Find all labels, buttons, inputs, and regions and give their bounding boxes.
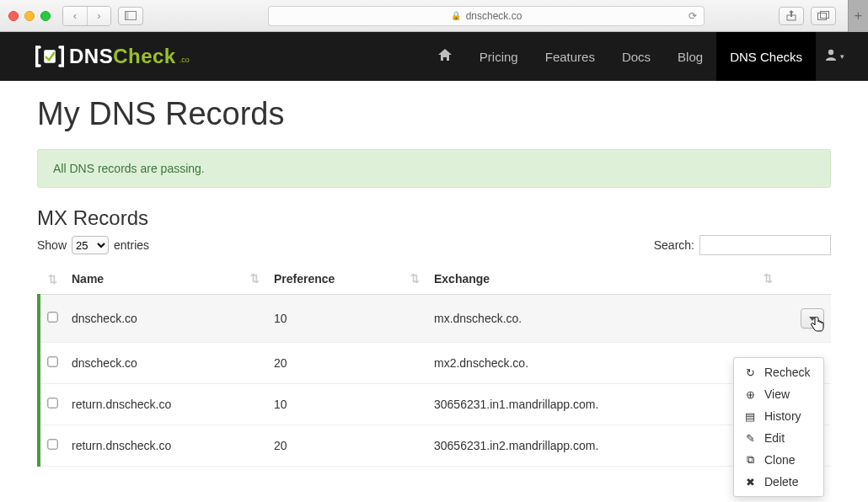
per-page-select[interactable]: 102550100 [72, 236, 109, 254]
close-window[interactable] [8, 11, 19, 21]
app-topbar: DNSCheck .co Pricing Features Docs Blog … [0, 32, 868, 81]
cell-preference: 20 [267, 343, 427, 384]
status-alert-text: All DNS records are passing. [53, 162, 205, 175]
nav-back-forward: ‹ › [62, 6, 111, 26]
address-bar[interactable]: 🔒 dnscheck.co ⟳ [268, 6, 705, 26]
cell-exchange: 30656231.in2.mandrillapp.com. [427, 425, 780, 467]
logo-text-check: Check [113, 45, 176, 67]
url-host: dnscheck.co [466, 10, 522, 22]
table-controls: Show 102550100 entries Search: [37, 235, 831, 255]
cell-name: return.dnscheck.co [65, 425, 267, 467]
svg-rect-3 [818, 13, 827, 20]
svg-rect-4 [821, 12, 829, 19]
col-label: Preference [274, 272, 335, 286]
nav-label: Docs [622, 50, 651, 64]
view-icon: ⊕ [744, 388, 756, 401]
nav-features[interactable]: Features [532, 32, 608, 81]
share-button[interactable] [779, 7, 804, 25]
chevron-down-icon [809, 317, 816, 321]
menu-recheck[interactable]: ↻Recheck [734, 361, 823, 383]
logo-text-dns: DNS [69, 45, 113, 67]
reload-icon[interactable]: ⟳ [689, 10, 697, 22]
back-button[interactable]: ‹ [63, 7, 87, 25]
page-title: My DNS Records [37, 96, 831, 132]
menu-delete[interactable]: ✖Delete [734, 471, 823, 493]
show-label-prefix: Show [37, 238, 67, 252]
menu-label: View [764, 387, 790, 401]
col-name[interactable]: Name⇅ [65, 264, 267, 295]
menu-edit[interactable]: ✎Edit [734, 427, 823, 449]
menu-clone[interactable]: ⧉Clone [734, 449, 823, 471]
row-actions-button[interactable] [801, 308, 824, 328]
tabs-icon [817, 11, 829, 20]
svg-point-6 [828, 49, 833, 54]
search-input[interactable] [699, 235, 831, 255]
nav-label: DNS Checks [730, 50, 802, 64]
show-label-suffix: entries [114, 238, 149, 252]
logo-icon [35, 44, 64, 69]
menu-label: Recheck [764, 366, 810, 379]
cell-name: dnscheck.co [65, 343, 267, 384]
col-checkbox[interactable]: ⇅ [39, 264, 65, 295]
history-icon: ▤ [744, 410, 756, 423]
forward-button[interactable]: › [87, 7, 110, 25]
row-checkbox[interactable] [47, 356, 57, 366]
delete-icon: ✖ [744, 476, 756, 489]
table-row: return.dnscheck.co 10 30656231.in1.mandr… [39, 384, 831, 425]
row-checkbox[interactable] [47, 312, 57, 322]
row-checkbox[interactable] [47, 439, 57, 449]
cell-exchange: 30656231.in1.mandrillapp.com. [427, 384, 780, 425]
menu-history[interactable]: ▤History [734, 405, 823, 427]
main-nav: Pricing Features Docs Blog DNS Checks ▾ [424, 32, 844, 81]
sort-icon: ⇅ [764, 272, 770, 285]
cell-preference: 10 [267, 384, 427, 425]
cell-exchange: mx.dnscheck.co. [427, 295, 780, 343]
svg-rect-1 [126, 12, 129, 20]
edit-icon: ✎ [744, 432, 756, 445]
browser-right-tools: + [779, 0, 860, 32]
col-exchange[interactable]: Exchange⇅ [427, 264, 780, 295]
nav-docs[interactable]: Docs [608, 32, 664, 81]
menu-label: Edit [764, 431, 785, 445]
nav-label: Features [545, 50, 595, 64]
cell-preference: 10 [267, 295, 427, 343]
chevron-down-icon: ▾ [840, 52, 844, 61]
tabs-button[interactable] [811, 7, 836, 25]
nav-dns-checks[interactable]: DNS Checks [716, 32, 816, 81]
logo[interactable]: DNSCheck .co [35, 44, 190, 69]
browser-chrome: ‹ › 🔒 dnscheck.co ⟳ + [0, 0, 868, 32]
section-title: MX Records [37, 206, 831, 230]
status-alert: All DNS records are passing. [37, 149, 831, 188]
col-label: Exchange [434, 272, 490, 286]
menu-label: History [764, 409, 801, 423]
lock-icon: 🔒 [451, 11, 461, 20]
nav-pricing[interactable]: Pricing [466, 32, 532, 81]
sort-icon: ⇅ [48, 273, 55, 286]
table-row: dnscheck.co 20 mx2.dnscheck.co. [39, 343, 831, 384]
logo-tld: .co [179, 56, 190, 64]
sidebar-icon [125, 11, 137, 20]
minimize-window[interactable] [24, 11, 35, 21]
clone-icon: ⧉ [744, 453, 756, 467]
table-row: dnscheck.co 10 mx.dnscheck.co. [39, 295, 831, 343]
user-menu[interactable]: ▾ [824, 48, 844, 66]
col-label: Name [72, 272, 104, 286]
cell-exchange: mx2.dnscheck.co. [427, 343, 780, 384]
new-tab-button[interactable]: + [848, 0, 868, 32]
table-row: return.dnscheck.co 20 30656231.in2.mandr… [39, 425, 831, 467]
sort-icon: ⇅ [250, 272, 257, 285]
col-preference[interactable]: Preference⇅ [267, 264, 427, 295]
menu-label: Clone [764, 453, 796, 467]
cell-preference: 20 [267, 425, 427, 467]
zoom-window[interactable] [40, 11, 51, 21]
menu-label: Delete [764, 475, 798, 489]
search-label: Search: [654, 238, 694, 252]
row-actions-menu: ↻Recheck ⊕View ▤History ✎Edit ⧉Clone ✖De… [733, 357, 824, 497]
cell-name: return.dnscheck.co [65, 384, 267, 425]
refresh-icon: ↻ [744, 366, 756, 379]
sidebar-toggle[interactable] [118, 7, 143, 25]
menu-view[interactable]: ⊕View [734, 383, 823, 405]
row-checkbox[interactable] [47, 398, 57, 408]
nav-blog[interactable]: Blog [664, 32, 716, 81]
nav-home[interactable] [424, 32, 466, 81]
